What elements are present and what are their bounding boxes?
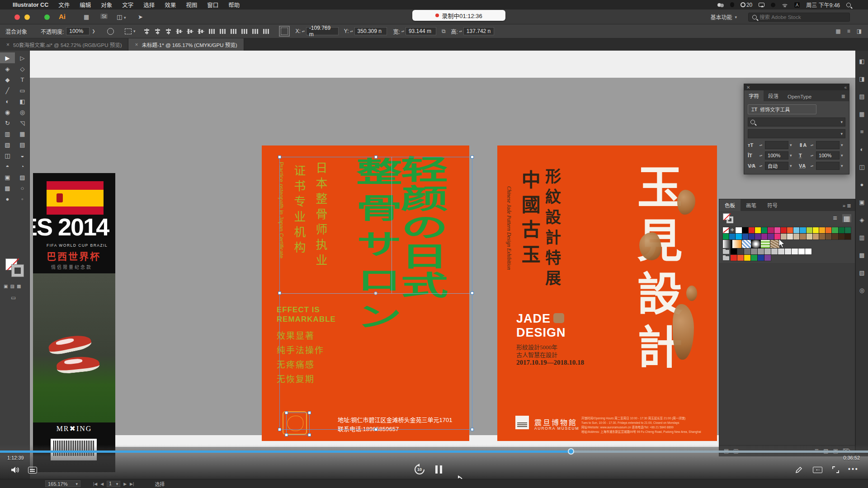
selection-handle[interactable] xyxy=(374,155,377,159)
artboard-tool[interactable]: ▩ xyxy=(0,183,15,193)
swatch-7b3f98[interactable] xyxy=(764,255,771,261)
fullscreen-icon[interactable] xyxy=(832,466,840,474)
keyboard-icon[interactable] xyxy=(813,467,822,473)
font-size-control[interactable]: тT ▴▾ ▾ xyxy=(748,141,794,149)
transparency-icon[interactable]: ◫ xyxy=(859,164,864,170)
selection-tool[interactable]: ▶ xyxy=(0,52,15,63)
swatch-e8e8e8[interactable] xyxy=(785,249,791,254)
menubar-clock[interactable]: 周三 下午9:46 xyxy=(806,1,840,9)
shazam-menu-icon[interactable] xyxy=(730,2,734,7)
type-tool[interactable]: T xyxy=(15,74,30,85)
column-graph-tool[interactable]: ▨ xyxy=(15,172,30,183)
swatch-f5a81d[interactable] xyxy=(819,227,825,233)
pause-button[interactable] xyxy=(435,465,442,474)
stroke-color-swatch[interactable] xyxy=(12,265,24,277)
asset-export-icon[interactable]: ▧ xyxy=(859,269,864,276)
swatches-tab-色板[interactable]: 色板 xyxy=(719,199,741,211)
selection-center-point[interactable] xyxy=(374,291,377,295)
appearance-icon[interactable]: ● xyxy=(860,181,864,188)
screen-mode-icon[interactable]: ▭ xyxy=(11,295,16,301)
swatch-74c8e9[interactable] xyxy=(793,227,799,233)
adobe-stock-icon[interactable]: St xyxy=(100,14,108,19)
workspace-switcher[interactable]: 基本功能▾ xyxy=(710,13,737,21)
document-tab-1[interactable]: ×未标题-1* @ 165.17% (CMYK/GPU 预览) xyxy=(128,38,244,51)
swatch-f1592a[interactable] xyxy=(737,255,744,261)
pen-tool[interactable]: ◆ xyxy=(0,74,15,85)
rotate-tool[interactable]: ↻ xyxy=(0,117,15,128)
char-panel-tab-字符[interactable]: 字符 xyxy=(744,90,764,101)
selection-handle[interactable] xyxy=(278,428,281,431)
free-transform-tool[interactable]: ▦ xyxy=(15,128,30,139)
menu-item-8[interactable]: 帮助 xyxy=(228,0,240,9)
spotlight-icon[interactable] xyxy=(846,3,851,7)
selection-handle[interactable] xyxy=(471,428,474,431)
swatch-registration[interactable]: ✛ xyxy=(729,227,735,233)
last-artboard-icon[interactable]: ▶| xyxy=(130,482,134,486)
panel-options-icon[interactable]: ≡ xyxy=(847,28,850,34)
align-center-icon[interactable] xyxy=(154,28,161,34)
swatch-cbb9a1[interactable] xyxy=(793,234,799,239)
rectangle-tool[interactable]: ▭ xyxy=(15,85,30,96)
align-right-icon[interactable] xyxy=(165,28,172,34)
menu-extra-icon[interactable] xyxy=(771,3,775,7)
stock-search-input[interactable] xyxy=(760,14,836,20)
selection-handle[interactable] xyxy=(278,291,281,295)
swatch-f6ea16[interactable] xyxy=(813,227,819,233)
char-panel-tab-段落[interactable]: 段落 xyxy=(764,90,783,101)
align-middle-icon[interactable] xyxy=(187,28,193,34)
selection-handle[interactable] xyxy=(285,433,288,436)
transform-reference-icon[interactable] xyxy=(281,28,288,35)
align-bottom-icon[interactable] xyxy=(198,28,204,34)
swatch-b5d334[interactable] xyxy=(807,227,812,233)
width-field[interactable]: 93.144 m xyxy=(406,27,436,35)
swatch-ffd400[interactable] xyxy=(744,255,750,261)
panel-menu-icon[interactable]: ≣ xyxy=(838,92,849,101)
gradient-panel-icon[interactable]: ◐ xyxy=(860,146,864,153)
wifi-icon[interactable] xyxy=(782,2,788,7)
gradient-tool[interactable]: ◒ xyxy=(15,150,30,161)
width-tool[interactable]: ▥ xyxy=(0,128,15,139)
annotate-icon[interactable] xyxy=(795,466,803,474)
swatch-5a2c90[interactable] xyxy=(755,234,761,239)
poster-worldcup[interactable]: ES 2014 FIFA WORLD CUP BRAZIL 巴西世界杯 情侣限量… xyxy=(33,173,115,472)
line-segment-tool[interactable]: ╱ xyxy=(0,85,15,96)
chat-menu-icon[interactable] xyxy=(717,3,724,7)
align-left-icon[interactable] xyxy=(143,28,150,34)
tab-close-icon[interactable]: × xyxy=(6,42,9,48)
swatch-c6c6c6[interactable] xyxy=(771,249,778,254)
control-center-icon[interactable] xyxy=(857,2,863,8)
stock-search-box[interactable] xyxy=(748,13,850,22)
first-artboard-icon[interactable]: |◀ xyxy=(93,482,97,486)
eyedropper-tool[interactable]: ◓ xyxy=(0,161,15,172)
swatch-f2f2f2[interactable] xyxy=(792,249,798,254)
vertical-scale-control[interactable]: ÎT ▴▾ 100%▾ xyxy=(748,151,794,160)
swatch-9e9e9e[interactable] xyxy=(758,249,764,254)
menu-item-2[interactable]: 对象 xyxy=(101,0,112,9)
transform-panel-icon[interactable]: ▦ xyxy=(835,28,840,34)
constrain-proportions-icon[interactable]: ⧉ xyxy=(442,28,446,34)
swatch-pat-tex[interactable] xyxy=(770,240,779,248)
swatch-bb1f66[interactable] xyxy=(768,227,774,233)
swatch-1b3e9b[interactable] xyxy=(758,255,764,261)
selection-handle[interactable] xyxy=(308,433,311,436)
x-field[interactable]: -109.769 m xyxy=(306,27,339,35)
swatch-b3b3b3[interactable] xyxy=(764,249,771,254)
tab-close-icon[interactable]: × xyxy=(135,42,138,48)
distribute-right-icon[interactable] xyxy=(263,28,269,34)
opacity-field[interactable]: 100% xyxy=(66,27,90,35)
swatch-ef5a28[interactable] xyxy=(787,227,793,233)
artboards-panel-icon[interactable]: ▩ xyxy=(859,252,864,258)
swatch-00984c[interactable] xyxy=(723,234,729,239)
swatch-a97e55[interactable] xyxy=(800,234,806,239)
eraser-tool[interactable]: ◎ xyxy=(15,107,30,117)
blend-tool[interactable]: ◔ xyxy=(15,161,30,172)
menu-item-4[interactable]: 选择 xyxy=(143,0,155,9)
screen-recording-indicator[interactable]: 录制中01:12:36 xyxy=(412,10,505,21)
swatch-6e6e6e[interactable] xyxy=(744,249,750,254)
next-artboard-icon[interactable]: ▶ xyxy=(123,482,127,486)
slice-tool[interactable]: ○ xyxy=(15,183,30,193)
swatch-grad-rad[interactable] xyxy=(751,240,760,248)
stroke-panel-icon[interactable]: ≡ xyxy=(860,128,864,135)
distribute-bottom-icon[interactable] xyxy=(230,28,237,34)
draw-normal-icon[interactable]: ▣ xyxy=(4,284,8,289)
